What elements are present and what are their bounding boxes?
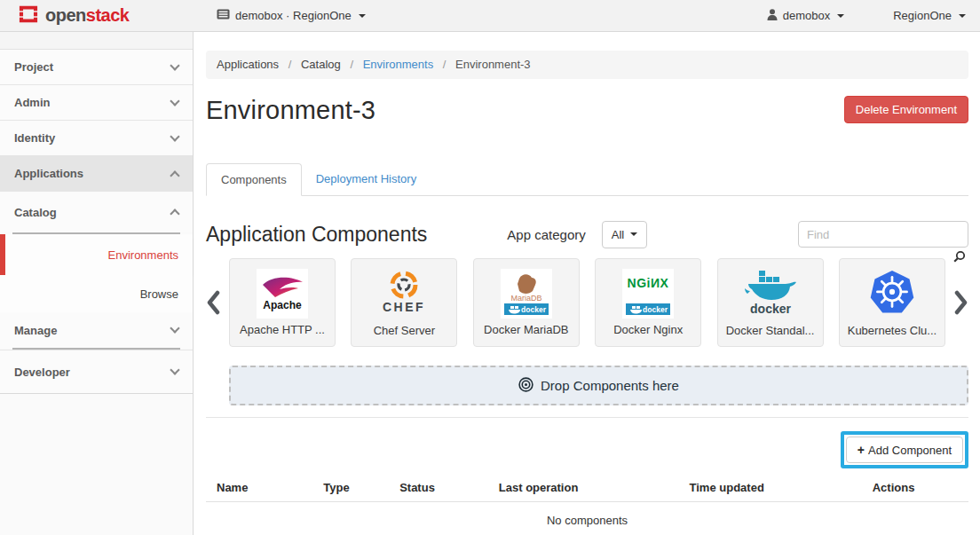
user-icon xyxy=(767,9,778,23)
sidebar-item-project[interactable]: Project xyxy=(0,50,193,85)
kubernetes-logo-icon xyxy=(867,269,917,319)
sidebar-item-label: Applications xyxy=(14,167,83,180)
tab-components[interactable]: Components xyxy=(206,163,302,196)
openstack-logo[interactable]: openstack xyxy=(0,4,194,27)
sidebar-item-label: Environments xyxy=(108,248,178,262)
focus-highlight-box: +Add Component xyxy=(841,431,968,468)
chevron-down-icon xyxy=(170,365,179,374)
chevron-down-icon xyxy=(837,14,844,18)
chef-logo-icon: CHEF xyxy=(381,269,427,319)
svg-text:docker: docker xyxy=(750,302,791,316)
chevron-up-icon xyxy=(170,208,179,218)
tab-bar: Components Deployment History xyxy=(206,163,968,196)
sidebar-item-label: Identity xyxy=(14,131,55,145)
sidebar-item-label: Catalog xyxy=(14,206,57,219)
app-card-label: Docker Standal... xyxy=(726,324,815,337)
svg-text:docker: docker xyxy=(521,305,547,314)
column-header-time-updated: Time updated xyxy=(679,474,862,502)
apache-logo-icon: Apache xyxy=(257,269,308,319)
column-header-name: Name xyxy=(206,474,312,502)
app-card-label: Docker MariaDB xyxy=(484,323,568,336)
sidebar-item-catalog[interactable]: Catalog xyxy=(0,192,193,232)
search-input[interactable] xyxy=(798,221,968,248)
chevron-down-icon xyxy=(959,14,966,18)
sidebar-item-label: Admin xyxy=(14,96,50,109)
empty-table-row: No components xyxy=(206,502,968,535)
column-header-status: Status xyxy=(389,474,488,502)
sidebar-item-label: Browse xyxy=(140,287,178,301)
user-name: demobox xyxy=(783,9,830,22)
app-category-value: All xyxy=(612,228,624,241)
app-card-chef-server[interactable]: CHEF Chef Server xyxy=(351,258,457,347)
sidebar: Project Admin Identity Applications Cata… xyxy=(0,32,194,535)
domain-icon xyxy=(217,9,230,22)
svg-text:Apache: Apache xyxy=(263,299,302,311)
search-icon[interactable] xyxy=(953,250,966,265)
app-card-label: Kubernetes Clu... xyxy=(848,324,937,337)
chevron-down-icon xyxy=(170,96,179,106)
app-card-kubernetes[interactable]: Kubernetes Clu... xyxy=(839,258,945,347)
app-category-dropdown[interactable]: All xyxy=(602,221,647,248)
app-card-apache[interactable]: Apache Apache HTTP ... xyxy=(229,258,336,347)
drop-components-zone[interactable]: Drop Components here xyxy=(229,366,968,405)
section-divider xyxy=(206,417,968,418)
openstack-cube-icon xyxy=(18,4,39,27)
tab-deployment-history[interactable]: Deployment History xyxy=(302,163,431,195)
app-card-label: Apache HTTP ... xyxy=(240,323,325,336)
search-container xyxy=(798,221,968,248)
bullseye-icon xyxy=(518,377,533,395)
carousel-prev-button[interactable] xyxy=(206,289,220,316)
sidebar-item-browse[interactable]: Browse xyxy=(0,275,193,312)
page-title: Environment-3 xyxy=(206,96,375,125)
app-card-docker-standalone[interactable]: docker Docker Standal... xyxy=(717,258,824,347)
column-header-type: Type xyxy=(312,474,389,502)
chevron-up-icon xyxy=(170,170,179,180)
app-card-label: Docker Nginx xyxy=(613,323,683,336)
sidebar-top-strip xyxy=(0,32,193,50)
app-card-docker-nginx[interactable]: NGiИX docker Docker Nginx xyxy=(595,258,701,347)
main-content: Applications / Catalog / Environments / … xyxy=(194,32,980,535)
table-header-row: Name Type Status Last operation Time upd… xyxy=(206,474,968,502)
sidebar-item-label: Developer xyxy=(14,366,70,379)
app-category-label: App category xyxy=(507,227,585,242)
user-menu[interactable]: demobox xyxy=(767,9,844,23)
region-name: RegionOne xyxy=(893,9,952,22)
project-region-switcher[interactable]: demobox · RegionOne xyxy=(217,9,366,22)
chevron-down-icon xyxy=(630,232,637,236)
mariadb-docker-logo-icon: MariaDB docker xyxy=(501,269,552,319)
dropzone-label: Drop Components here xyxy=(541,378,679,393)
sidebar-item-label: Manage xyxy=(14,324,57,337)
sidebar-item-identity[interactable]: Identity xyxy=(0,121,193,156)
delete-environment-button[interactable]: Delete Environment xyxy=(844,96,968,123)
empty-message: No components xyxy=(206,502,968,535)
breadcrumb-separator: / xyxy=(288,58,292,71)
sidebar-item-applications[interactable]: Applications xyxy=(0,156,193,192)
svg-text:MariaDB: MariaDB xyxy=(510,294,541,303)
breadcrumb-catalog: Catalog xyxy=(301,58,341,71)
carousel-next-button[interactable] xyxy=(954,289,968,316)
top-navbar: openstack demobox · RegionOne demobox xyxy=(0,0,980,32)
sidebar-item-label: Project xyxy=(14,60,53,74)
sidebar-item-developer[interactable]: Developer xyxy=(0,350,193,394)
add-component-button[interactable]: +Add Component xyxy=(846,437,963,463)
components-carousel: Apache Apache HTTP ... CHEF Chef Server xyxy=(206,258,968,347)
svg-text:CHEF: CHEF xyxy=(383,300,425,314)
components-table: Name Type Status Last operation Time upd… xyxy=(206,474,968,535)
sidebar-item-admin[interactable]: Admin xyxy=(0,85,193,121)
breadcrumb-separator: / xyxy=(443,58,447,71)
svg-text:NGiИX: NGiИX xyxy=(628,276,669,290)
app-card-docker-mariadb[interactable]: MariaDB docker Docker MariaDB xyxy=(473,258,580,347)
region-menu[interactable]: RegionOne xyxy=(893,9,966,22)
chevron-down-icon xyxy=(359,14,366,18)
app-card-label: Chef Server xyxy=(374,324,435,337)
docker-logo-icon: docker xyxy=(743,269,798,319)
sidebar-item-environments[interactable]: Environments xyxy=(0,234,193,275)
breadcrumb-environments-link[interactable]: Environments xyxy=(363,58,433,71)
breadcrumb-separator: / xyxy=(350,58,353,71)
chevron-down-icon xyxy=(170,131,179,141)
sidebar-item-manage[interactable]: Manage xyxy=(0,312,193,348)
breadcrumb: Applications / Catalog / Environments / … xyxy=(206,51,968,79)
breadcrumb-applications: Applications xyxy=(217,58,279,71)
breadcrumb-current: Environment-3 xyxy=(455,58,531,71)
chevron-down-icon xyxy=(170,323,179,333)
